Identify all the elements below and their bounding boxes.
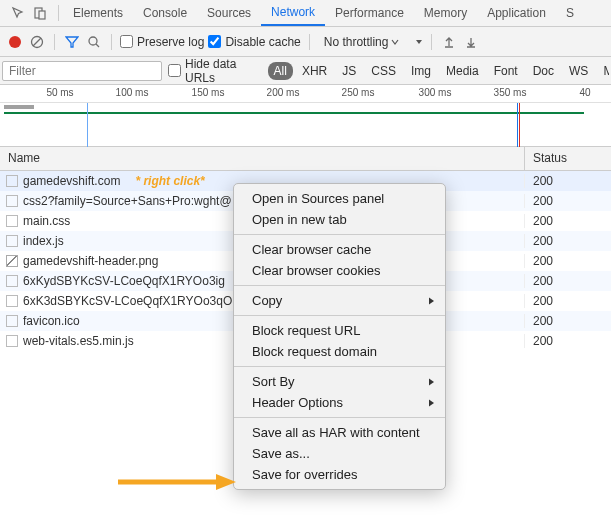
menu-item[interactable]: Clear browser cache bbox=[234, 239, 445, 260]
inspect-icon[interactable] bbox=[10, 5, 26, 21]
status-cell: 200 bbox=[525, 314, 611, 328]
separator bbox=[431, 34, 432, 50]
tab-strip: ElementsConsoleSourcesNetworkPerformance… bbox=[63, 0, 584, 26]
request-name: main.css bbox=[23, 214, 70, 228]
preserve-log-checkbox[interactable]: Preserve log bbox=[120, 35, 204, 49]
file-icon bbox=[6, 295, 18, 307]
status-cell: 200 bbox=[525, 254, 611, 268]
filter-icon[interactable] bbox=[63, 33, 81, 51]
filter-bar: Hide data URLs AllXHRJSCSSImgMediaFontDo… bbox=[0, 57, 611, 85]
file-icon bbox=[6, 275, 18, 287]
filter-type-font[interactable]: Font bbox=[488, 62, 524, 80]
tab-application[interactable]: Application bbox=[477, 0, 556, 26]
menu-separator bbox=[234, 285, 445, 286]
timeline-tick: 250 ms bbox=[342, 87, 375, 98]
timeline-tick: 100 ms bbox=[116, 87, 149, 98]
file-icon bbox=[6, 195, 18, 207]
download-icon[interactable] bbox=[462, 33, 480, 51]
filter-type-js[interactable]: JS bbox=[336, 62, 362, 80]
filter-types: AllXHRJSCSSImgMediaFontDocWSManif bbox=[268, 62, 609, 80]
request-name: gamedevshift.com bbox=[23, 174, 120, 188]
filter-type-img[interactable]: Img bbox=[405, 62, 437, 80]
timeline-tick: 300 ms bbox=[419, 87, 452, 98]
svg-line-5 bbox=[96, 44, 99, 47]
filter-type-all[interactable]: All bbox=[268, 62, 293, 80]
timeline-tick: 150 ms bbox=[192, 87, 225, 98]
menu-item[interactable]: Copy bbox=[234, 290, 445, 311]
request-name: index.js bbox=[23, 234, 64, 248]
menu-item[interactable]: Header Options bbox=[234, 392, 445, 413]
tab-memory[interactable]: Memory bbox=[414, 0, 477, 26]
request-name: 6xKydSBYKcSV-LCoeQqfX1RYOo3ig bbox=[23, 274, 225, 288]
menu-item[interactable]: Open in new tab bbox=[234, 209, 445, 230]
search-icon[interactable] bbox=[85, 33, 103, 51]
timeline-tick: 50 ms bbox=[46, 87, 73, 98]
request-name: web-vitals.es5.min.js bbox=[23, 334, 134, 348]
table-header: Name Status bbox=[0, 147, 611, 171]
filter-type-media[interactable]: Media bbox=[440, 62, 485, 80]
file-icon bbox=[6, 215, 18, 227]
request-name: favicon.ico bbox=[23, 314, 80, 328]
disable-cache-checkbox[interactable]: Disable cache bbox=[208, 35, 300, 49]
menu-item[interactable]: Save as... bbox=[234, 443, 445, 464]
throttling-select[interactable]: No throttling bbox=[318, 35, 406, 49]
file-icon bbox=[6, 315, 18, 327]
file-icon bbox=[6, 235, 18, 247]
status-cell: 200 bbox=[525, 234, 611, 248]
submenu-arrow-icon bbox=[428, 395, 435, 410]
context-menu: Open in Sources panelOpen in new tabClea… bbox=[233, 183, 446, 490]
status-cell: 200 bbox=[525, 174, 611, 188]
timeline-tick: 350 ms bbox=[494, 87, 527, 98]
tab-performance[interactable]: Performance bbox=[325, 0, 414, 26]
record-button[interactable] bbox=[6, 33, 24, 51]
menu-separator bbox=[234, 315, 445, 316]
timeline[interactable]: 50 ms100 ms150 ms200 ms250 ms300 ms350 m… bbox=[0, 85, 611, 147]
status-cell: 200 bbox=[525, 194, 611, 208]
file-icon bbox=[6, 175, 18, 187]
menu-item[interactable]: Save all as HAR with content bbox=[234, 422, 445, 443]
menu-item[interactable]: Open in Sources panel bbox=[234, 188, 445, 209]
menu-item[interactable]: Clear browser cookies bbox=[234, 260, 445, 281]
filter-type-doc[interactable]: Doc bbox=[527, 62, 560, 80]
menu-item[interactable]: Sort By bbox=[234, 371, 445, 392]
filter-type-css[interactable]: CSS bbox=[365, 62, 402, 80]
file-icon bbox=[6, 335, 18, 347]
separator bbox=[111, 34, 112, 50]
submenu-arrow-icon bbox=[428, 293, 435, 308]
menu-item[interactable]: Block request domain bbox=[234, 341, 445, 362]
tab-s[interactable]: S bbox=[556, 0, 584, 26]
status-cell: 200 bbox=[525, 274, 611, 288]
annotation-label: * right click* bbox=[135, 174, 204, 188]
arrow-annotation bbox=[118, 472, 238, 492]
separator bbox=[58, 5, 59, 21]
menu-separator bbox=[234, 234, 445, 235]
hide-data-urls-checkbox[interactable]: Hide data URLs bbox=[168, 57, 262, 85]
tab-sources[interactable]: Sources bbox=[197, 0, 261, 26]
menu-item[interactable]: Block request URL bbox=[234, 320, 445, 341]
svg-line-3 bbox=[33, 38, 41, 46]
image-icon bbox=[6, 255, 18, 267]
chevron-down-icon[interactable] bbox=[415, 38, 423, 46]
tab-network[interactable]: Network bbox=[261, 0, 325, 26]
filter-type-xhr[interactable]: XHR bbox=[296, 62, 333, 80]
menu-separator bbox=[234, 417, 445, 418]
svg-rect-1 bbox=[39, 11, 45, 19]
request-name: css2?family=Source+Sans+Pro:wght@ bbox=[23, 194, 232, 208]
tab-elements[interactable]: Elements bbox=[63, 0, 133, 26]
menu-item[interactable]: Save for overrides bbox=[234, 464, 445, 485]
upload-icon[interactable] bbox=[440, 33, 458, 51]
filter-type-manif[interactable]: Manif bbox=[597, 62, 609, 80]
panel-tabs: ElementsConsoleSourcesNetworkPerformance… bbox=[0, 0, 611, 27]
column-name[interactable]: Name bbox=[0, 147, 525, 170]
submenu-arrow-icon bbox=[428, 374, 435, 389]
device-icon[interactable] bbox=[32, 5, 48, 21]
request-name: gamedevshift-header.png bbox=[23, 254, 158, 268]
filter-input[interactable] bbox=[2, 61, 162, 81]
menu-separator bbox=[234, 366, 445, 367]
inspect-tools bbox=[4, 5, 54, 21]
tab-console[interactable]: Console bbox=[133, 0, 197, 26]
column-status[interactable]: Status bbox=[525, 147, 611, 170]
clear-icon[interactable] bbox=[28, 33, 46, 51]
filter-type-ws[interactable]: WS bbox=[563, 62, 594, 80]
svg-point-4 bbox=[89, 37, 97, 45]
